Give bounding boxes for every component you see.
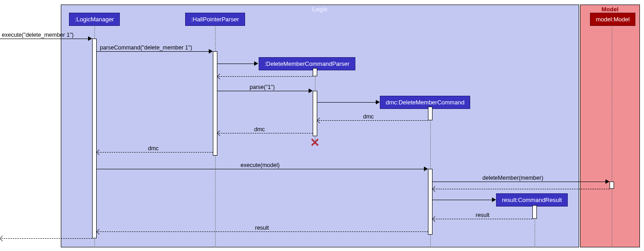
activation-command-result — [532, 205, 537, 219]
frame-model: Model — [580, 5, 640, 247]
activation-hall-pointer-parser — [213, 51, 217, 156]
participant-delete-member-command-parser: :DeleteMemberCommandParser — [259, 57, 355, 70]
arrow-dmc-return1 — [319, 120, 428, 121]
arrowhead-delete-member — [605, 179, 610, 184]
arrow-return-parser-created — [219, 76, 313, 77]
arrow-parse — [217, 91, 309, 91]
activation-dmc-2 — [428, 169, 433, 235]
activation-model — [610, 182, 614, 189]
arrow-create-parser — [217, 64, 255, 64]
msg-dmc-return1-label: dmc — [363, 113, 374, 120]
arrow-result-return1 — [434, 219, 532, 219]
msg-delete-member-label: deleteMember(member) — [482, 175, 543, 181]
arrowhead-parse-command — [209, 49, 213, 54]
arrow-return-model — [434, 189, 610, 189]
arrow-execute-model — [97, 169, 424, 169]
msg-execute-label: execute("delete_member 1") — [2, 32, 74, 38]
arrowhead-parse — [309, 89, 313, 93]
arrowhead-create-parser — [254, 61, 258, 66]
participant-command-result: result:CommandResult — [496, 193, 568, 207]
participant-logic-manager: :LogicManager — [69, 13, 120, 26]
arrowhead-execute — [88, 36, 92, 41]
arrow-execute — [0, 39, 88, 39]
arrowhead-create-dmc — [376, 100, 380, 104]
arrow-parse-command — [97, 51, 209, 52]
arrow-result-return2 — [98, 231, 428, 232]
msg-parse-label: parse("1") — [250, 84, 275, 90]
activation-logic-manager — [92, 39, 97, 238]
arrowhead-execute-model — [424, 167, 428, 171]
frame-model-title: Model — [580, 6, 639, 13]
activation-delete-parser-1 — [313, 68, 317, 76]
msg-result-return2-label: result — [255, 225, 269, 231]
arrow-create-dmc — [317, 102, 376, 103]
participant-model: model:Model — [590, 13, 635, 26]
msg-execute-model-label: execute(model) — [241, 162, 280, 168]
destroy-x-icon: ✕ — [310, 136, 320, 150]
arrow-dmc-return3 — [98, 152, 213, 153]
frame-logic: Logic — [61, 5, 579, 247]
msg-dmc-return3-label: dmc — [148, 145, 159, 152]
arrowhead-create-result — [492, 197, 496, 202]
arrow-return-external — [1, 238, 92, 239]
arrow-create-result — [433, 200, 492, 200]
activation-delete-parser-2 — [313, 91, 317, 136]
msg-result-return1-label: result — [476, 212, 490, 218]
participant-dmc: dmc:DeleteMemberCommand — [380, 96, 470, 109]
participant-hall-pointer-parser: :HallPointerParser — [185, 13, 245, 26]
msg-dmc-return2-label: dmc — [254, 126, 265, 133]
msg-parse-command-label: parseCommand("delete_member 1") — [100, 44, 192, 51]
activation-dmc-1 — [428, 107, 433, 120]
arrow-delete-member — [433, 182, 606, 182]
frame-logic-title: Logic — [61, 6, 579, 13]
lifeline-model — [612, 25, 612, 247]
arrow-dmc-return2 — [219, 133, 313, 133]
